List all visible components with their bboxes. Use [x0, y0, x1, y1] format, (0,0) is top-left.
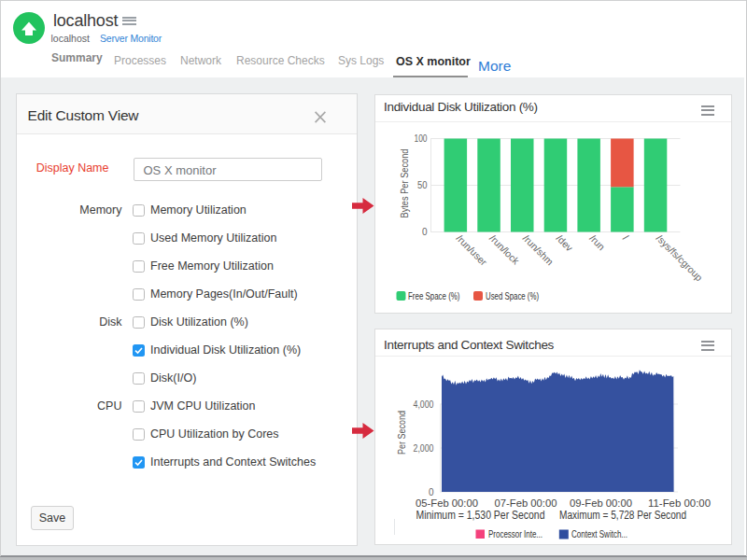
svg-text:Context Switch...: Context Switch...	[571, 528, 627, 539]
svg-text:Processor Inte...: Processor Inte...	[488, 528, 543, 539]
svg-text:07-Feb 00:00: 07-Feb 00:00	[495, 497, 557, 509]
svg-text:Bytes Per Second: Bytes Per Second	[399, 149, 410, 218]
svg-text:/run/user: /run/user	[454, 232, 489, 268]
svg-text:50: 50	[417, 180, 428, 190]
svg-text:0: 0	[422, 227, 428, 237]
svg-text:11-Feb 00:00: 11-Feb 00:00	[648, 497, 711, 509]
svg-text:0: 0	[429, 487, 434, 497]
svg-text:09-Feb 00:00: 09-Feb 00:00	[570, 497, 632, 509]
svg-text:05-Feb 00:00: 05-Feb 00:00	[416, 497, 478, 509]
svg-text:Per Second: Per Second	[396, 411, 407, 455]
svg-text:/run/lock: /run/lock	[487, 232, 522, 267]
svg-text:Minimum = 1,530 Per Second: Minimum = 1,530 Per Second	[416, 509, 545, 522]
svg-text:/dev: /dev	[555, 232, 576, 254]
svg-text:/sys/fs/cgroup: /sys/fs/cgroup	[655, 232, 705, 283]
svg-text:Used Space (%): Used Space (%)	[486, 290, 539, 301]
svg-text:Free Space (%): Free Space (%)	[408, 290, 460, 301]
svg-text:/run: /run	[587, 232, 607, 252]
svg-text:/run/shm: /run/shm	[521, 232, 557, 268]
svg-text:/: /	[621, 232, 631, 243]
svg-text:2,000: 2,000	[414, 443, 434, 454]
svg-text:Maximum = 5,728 Per Second: Maximum = 5,728 Per Second	[559, 509, 686, 522]
svg-text:100: 100	[415, 133, 428, 144]
svg-text:4,000: 4,000	[414, 399, 434, 410]
